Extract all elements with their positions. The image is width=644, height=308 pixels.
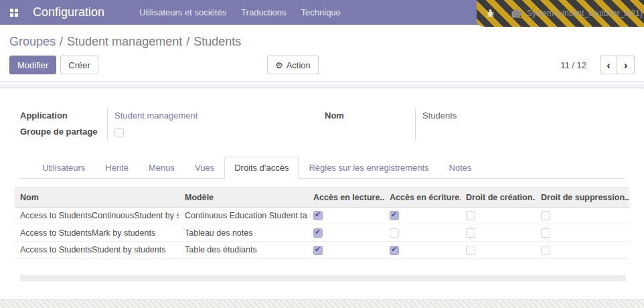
create-checkbox[interactable] (466, 228, 475, 238)
action-button[interactable]: ⚙Action (267, 56, 319, 74)
write-checkbox[interactable] (390, 228, 399, 238)
notebook-tabs: Utilisateurs Hérité Menus Vues Droits d'… (20, 157, 624, 179)
share-group-checkbox[interactable] (114, 128, 124, 137)
nav-menu-users-companies[interactable]: Utilisateurs et sociétés (139, 7, 226, 17)
sheet-bottom-bar (20, 275, 626, 281)
cell-model: Tableau des notes (179, 224, 308, 242)
tab-utilisateurs[interactable]: Utilisateurs (32, 157, 95, 179)
column-header-nom[interactable]: Nom (15, 187, 179, 207)
cell-read (308, 224, 384, 242)
column-header-read[interactable]: Accès en lecture... (308, 187, 384, 207)
write-checkbox[interactable] (390, 246, 399, 255)
cell-read (308, 241, 384, 258)
column-header-create[interactable]: Droit de création... (461, 187, 536, 207)
debug-user-menu[interactable]: System (vincent_couturier_td21) (477, 0, 644, 27)
cell-name: Access to StudentsContinuousStudent by s… (15, 207, 179, 224)
tab-vues[interactable]: Vues (185, 157, 224, 179)
unlink-checkbox[interactable] (541, 246, 550, 255)
page-background (0, 299, 644, 308)
application-value: Student management (107, 108, 321, 124)
cell-write (384, 224, 461, 242)
tab-droits-acces[interactable]: Droits d'accès (224, 157, 299, 179)
create-checkbox[interactable] (466, 211, 475, 220)
cell-write (384, 207, 461, 224)
tab-regles-enregistrements[interactable]: Règles sur les enregistrements (299, 157, 438, 179)
create-button[interactable]: Créer (60, 56, 98, 74)
name-label: Nom (325, 108, 415, 141)
user-menu-label[interactable]: System (vincent_couturier_td21) (527, 9, 643, 18)
action-button-label: Action (287, 60, 311, 70)
cell-create (461, 224, 536, 242)
name-value: Students (415, 108, 619, 141)
app-title: Configuration (33, 5, 104, 19)
share-group-value (107, 124, 321, 141)
cell-unlink (536, 241, 629, 258)
apps-menu-icon[interactable] (10, 9, 18, 17)
table-row[interactable]: Access to StudentsStudent by students Ta… (15, 241, 629, 258)
breadcrumb-current: Students (193, 35, 241, 48)
pager-value: 11 / 12 (560, 60, 586, 70)
table-row[interactable]: Access to StudentsContinuousStudent by s… (15, 207, 629, 224)
tab-notes[interactable]: Notes (439, 157, 482, 179)
cell-write (384, 241, 461, 258)
unlink-checkbox[interactable] (541, 228, 550, 238)
read-checkbox[interactable] (313, 246, 323, 255)
read-checkbox[interactable] (313, 228, 323, 238)
cell-model: Continuous Education Student ta... (179, 207, 308, 224)
pager-next-button[interactable]: › (617, 56, 635, 74)
cell-create (461, 207, 536, 224)
write-checkbox[interactable] (390, 211, 399, 220)
cell-unlink (536, 224, 629, 242)
cell-name: Access to StudentsStudent by students (15, 241, 179, 258)
tab-menus[interactable]: Menus (139, 157, 185, 179)
cell-read (308, 207, 384, 224)
form-group-left: Application Student management Groupe de… (20, 108, 321, 141)
cell-unlink (536, 207, 629, 224)
nav-menu-translations[interactable]: Traductions (241, 7, 286, 17)
access-rights-table: Nom Modèle Accès en lecture... Accès en … (15, 187, 629, 259)
column-header-modele[interactable]: Modèle (179, 187, 308, 207)
column-header-write[interactable]: Accès en écriture... (384, 187, 461, 207)
column-header-unlink[interactable]: Droit de suppression... (536, 187, 629, 207)
control-panel: Modifier Créer ⚙Action 11 / 12 ‹ › (9, 56, 635, 74)
unlink-checkbox[interactable] (541, 211, 550, 220)
tab-herite[interactable]: Hérité (95, 157, 139, 179)
table-header-row: Nom Modèle Accès en lecture... Accès en … (15, 187, 629, 207)
cell-create (461, 241, 536, 258)
application-label: Application (20, 108, 107, 124)
breadcrumb-groups-link[interactable]: Groupes (9, 35, 56, 48)
form-statusbar (0, 81, 644, 88)
top-navbar: Configuration Utilisateurs et sociétés T… (0, 0, 644, 25)
pager-previous-button[interactable]: ‹ (600, 56, 617, 74)
form-group-right: Nom Students (325, 108, 619, 141)
edit-button[interactable]: Modifier (9, 56, 56, 74)
pager: 11 / 12 ‹ › (560, 56, 635, 74)
create-checkbox[interactable] (466, 246, 475, 255)
read-checkbox[interactable] (313, 211, 323, 220)
breadcrumb: Groupes/Student management/Students (9, 35, 644, 49)
application-link[interactable]: Student management (114, 110, 197, 121)
breadcrumb-separator: / (186, 35, 189, 48)
cell-name: Access to StudentsMark by students (15, 224, 179, 242)
form-sheet: Application Student management Groupe de… (0, 88, 644, 179)
share-group-label: Groupe de partage (20, 124, 107, 141)
camera-icon (511, 9, 523, 18)
breadcrumb-separator: / (60, 35, 63, 48)
breadcrumb-middle: Student management (67, 35, 182, 48)
cell-model: Table des étudiants (179, 241, 308, 258)
gear-icon: ⚙ (275, 60, 283, 70)
bug-icon (486, 9, 495, 18)
nav-menu-technical[interactable]: Technique (301, 7, 341, 17)
table-row[interactable]: Access to StudentsMark by students Table… (15, 224, 629, 242)
